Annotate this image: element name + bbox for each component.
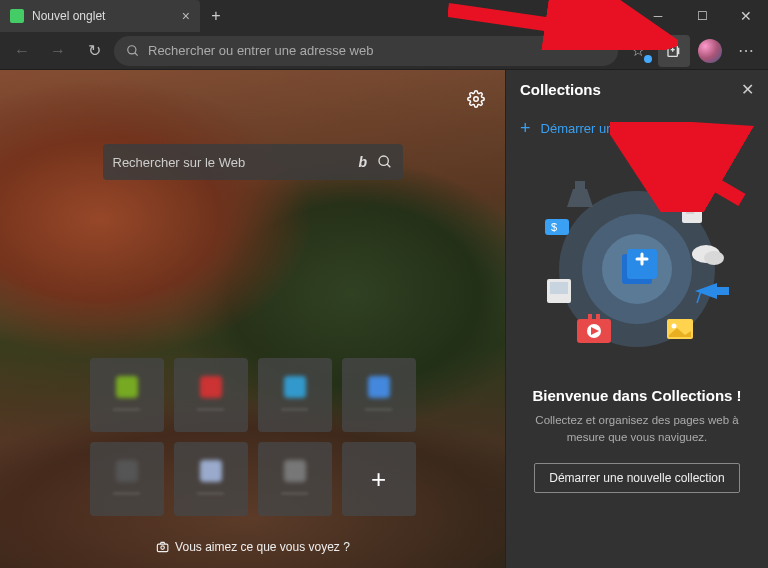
svg-line-1 bbox=[135, 52, 138, 55]
tile-label: ——— bbox=[281, 404, 308, 414]
tile-icon bbox=[200, 376, 222, 398]
tile-label: ——— bbox=[113, 488, 140, 498]
quick-link-tile[interactable]: ——— bbox=[90, 442, 164, 516]
svg-rect-24 bbox=[550, 282, 568, 294]
close-window-button[interactable]: ✕ bbox=[724, 0, 768, 32]
forward-button[interactable]: → bbox=[42, 35, 74, 67]
svg-rect-31 bbox=[588, 314, 592, 320]
svg-rect-32 bbox=[596, 314, 600, 320]
back-button[interactable]: ← bbox=[6, 35, 38, 67]
welcome-title: Bienvenue dans Collections ! bbox=[526, 387, 748, 404]
search-submit-icon[interactable] bbox=[377, 154, 393, 170]
tile-label: ——— bbox=[197, 488, 224, 498]
tab-favicon bbox=[10, 9, 24, 23]
page-settings-button[interactable] bbox=[467, 90, 485, 108]
tile-label: ——— bbox=[113, 404, 140, 414]
svg-point-29 bbox=[672, 324, 677, 329]
svg-point-26 bbox=[704, 251, 724, 265]
address-bar[interactable]: Rechercher ou entrer une adresse web bbox=[114, 36, 618, 66]
favorite-button[interactable]: ☆ bbox=[622, 35, 654, 67]
svg-text:$: $ bbox=[551, 221, 557, 233]
panel-title: Collections bbox=[520, 81, 601, 98]
maximize-button[interactable]: ☐ bbox=[680, 0, 724, 32]
quick-link-tile[interactable]: ——— bbox=[258, 442, 332, 516]
tile-label: ——— bbox=[197, 404, 224, 414]
tab-title: Nouvel onglet bbox=[32, 9, 105, 23]
search-icon bbox=[126, 44, 140, 58]
camera-icon bbox=[155, 540, 169, 554]
svg-rect-27 bbox=[715, 287, 729, 295]
tile-icon bbox=[284, 376, 306, 398]
tile-icon bbox=[116, 460, 138, 482]
quick-link-tile[interactable]: ——— bbox=[258, 358, 332, 432]
svg-rect-19 bbox=[682, 197, 702, 223]
menu-button[interactable]: ⋯ bbox=[730, 35, 762, 67]
start-collection-link[interactable]: + Démarrer une nouvelle collection bbox=[506, 109, 768, 151]
quick-link-tile[interactable]: ——— bbox=[342, 358, 416, 432]
svg-point-7 bbox=[379, 156, 388, 165]
svg-point-0 bbox=[128, 45, 136, 53]
tile-icon bbox=[200, 460, 222, 482]
plus-icon: + bbox=[520, 119, 531, 137]
svg-point-6 bbox=[474, 97, 479, 102]
start-collection-button[interactable]: Démarrer une nouvelle collection bbox=[534, 463, 739, 493]
svg-line-8 bbox=[387, 164, 390, 167]
panel-header: Collections ✕ bbox=[506, 70, 768, 109]
minimize-button[interactable]: ─ bbox=[636, 0, 680, 32]
collections-panel: Collections ✕ + Démarrer une nouvelle co… bbox=[505, 70, 768, 568]
illustration: $ bbox=[506, 169, 768, 369]
window-controls: ─ ☐ ✕ bbox=[636, 0, 768, 32]
address-placeholder: Rechercher ou entrer une adresse web bbox=[148, 43, 373, 58]
title-bar: Nouvel onglet × + ─ ☐ ✕ bbox=[0, 0, 768, 32]
tile-icon bbox=[368, 376, 390, 398]
panel-close-button[interactable]: ✕ bbox=[741, 80, 754, 99]
quick-link-tile[interactable]: ——— bbox=[174, 442, 248, 516]
quick-link-tile[interactable]: ——— bbox=[90, 358, 164, 432]
start-collection-label: Démarrer une nouvelle collection bbox=[541, 121, 731, 136]
svg-rect-9 bbox=[157, 544, 168, 552]
browser-tab[interactable]: Nouvel onglet × bbox=[0, 0, 200, 32]
quick-links-grid: —————————————————————+ bbox=[90, 358, 416, 516]
new-tab-page: Rechercher sur le Web b ————————————————… bbox=[0, 70, 505, 568]
svg-rect-16 bbox=[575, 181, 585, 191]
collections-button[interactable] bbox=[658, 35, 690, 67]
refresh-button[interactable]: ↻ bbox=[78, 35, 110, 67]
tile-label: ——— bbox=[365, 404, 392, 414]
ntp-search-placeholder: Rechercher sur le Web bbox=[113, 155, 246, 170]
bing-logo: b bbox=[358, 154, 366, 170]
welcome-block: Bienvenue dans Collections ! Collectez e… bbox=[506, 369, 768, 493]
quick-link-tile[interactable]: ——— bbox=[174, 358, 248, 432]
toolbar: ← → ↻ Rechercher ou entrer une adresse w… bbox=[0, 32, 768, 70]
tile-label: ——— bbox=[281, 488, 308, 498]
image-caption[interactable]: Vous aimez ce que vous voyez ? bbox=[155, 540, 350, 554]
add-tile-button[interactable]: + bbox=[342, 442, 416, 516]
tab-close-icon[interactable]: × bbox=[182, 8, 190, 24]
welcome-body: Collectez et organisez des pages web à m… bbox=[526, 412, 748, 447]
tile-icon bbox=[284, 460, 306, 482]
content-area: Rechercher sur le Web b ————————————————… bbox=[0, 70, 768, 568]
new-tab-button[interactable]: + bbox=[200, 0, 232, 32]
tile-icon bbox=[116, 376, 138, 398]
ntp-search-box[interactable]: Rechercher sur le Web b bbox=[103, 144, 403, 180]
svg-point-10 bbox=[160, 546, 164, 550]
caption-text: Vous aimez ce que vous voyez ? bbox=[175, 540, 350, 554]
profile-button[interactable] bbox=[694, 35, 726, 67]
